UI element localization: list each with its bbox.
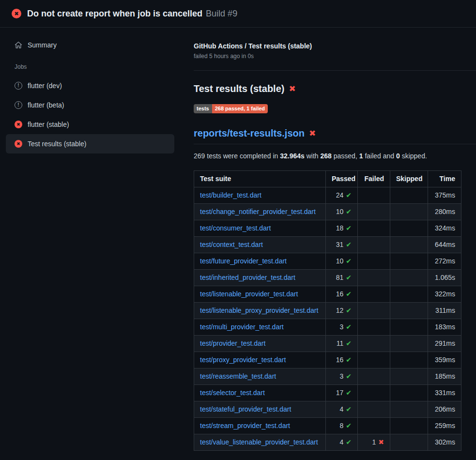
failed-x-icon: ✖ [309,129,316,138]
check-icon: ✔ [346,323,352,331]
passed-count: 12 [336,307,344,314]
time-count: 291ms [435,339,455,347]
suite-link[interactable]: test/provider_test.dart [200,339,265,347]
time-count: 183ms [435,323,455,331]
table-row: test/builder_test.dart24✔375ms [194,187,461,204]
check-icon: ✔ [346,241,352,248]
main-content: GitHub Actions / Test results (stable) f… [180,28,476,460]
suite-link[interactable]: test/listenable_provider_test.dart [200,290,298,298]
suite-link[interactable]: test/selector_test.dart [200,389,265,397]
check-icon: ✔ [346,224,352,232]
col-header-skipped: Skipped [390,171,428,187]
table-row: test/provider_test.dart11✔291ms [194,336,461,352]
check-title-text: Test results (stable) [194,83,284,94]
x-circle-icon: ✖ [15,140,22,148]
table-row: test/reassemble_test.dart3✔185ms [194,368,461,385]
suite-link[interactable]: test/context_test.dart [200,241,263,248]
table-row: test/inherited_provider_test.dart81✔1.06… [194,270,461,286]
passed-count: 17 [336,389,344,397]
x-circle-icon: ✖ [12,9,21,18]
col-header-failed: Failed [358,171,390,187]
suite-link[interactable]: test/value_listenable_provider_test.dart [200,438,318,446]
home-icon [15,41,22,49]
check-icon: ✔ [346,356,352,364]
suite-link[interactable]: test/multi_provider_test.dart [200,323,284,331]
suite-link[interactable]: test/change_notifier_provider_test.dart [200,208,316,215]
check-title: Test results (stable) ✖ [194,83,476,94]
table-row: test/context_test.dart31✔644ms [194,237,461,253]
time-count: 185ms [435,372,455,380]
x-icon: ✖ [378,438,384,446]
summary-part: 269 tests were completed in [194,152,280,160]
sidebar-item-summary[interactable]: Summary [6,35,174,55]
time-count: 311ms [435,307,455,314]
time-count: 375ms [435,191,455,199]
page-title: Do not create report when job is cancell… [27,9,237,19]
col-header-test-suite: Test suite [194,171,326,187]
table-row: test/stateful_provider_test.dart4✔206ms [194,401,461,418]
time-count: 359ms [435,356,455,364]
sidebar-item-job[interactable]: !flutter (beta) [6,95,174,115]
summary-part: skipped. [400,152,427,160]
jobs-list: !flutter (dev)!flutter (beta)✖flutter (s… [6,76,174,153]
col-header-time: Time [428,171,461,187]
report-file-heading: reports/test-results.json ✖ [194,128,476,144]
time-count: 280ms [435,208,455,215]
summary-part: failed and [363,152,397,160]
passed-count: 81 [336,274,344,281]
check-icon: ✔ [346,290,352,298]
suite-link[interactable]: test/stream_provider_test.dart [200,422,290,429]
sidebar-item-job[interactable]: ✖Test results (stable) [6,134,174,153]
suite-link[interactable]: test/reassemble_test.dart [200,372,276,380]
jobs-section-heading: Jobs [6,55,174,76]
suite-link[interactable]: test/future_provider_test.dart [200,257,287,265]
sidebar-item-job[interactable]: !flutter (dev) [6,76,174,95]
passed-count: 10 [336,208,344,215]
check-icon: ✔ [346,257,352,265]
check-icon: ✔ [346,274,352,281]
suite-link[interactable]: test/inherited_provider_test.dart [200,274,295,281]
check-icon: ✔ [346,422,352,429]
report-file-link[interactable]: reports/test-results.json [194,128,305,139]
table-row: test/stream_provider_test.dart8✔259ms [194,418,461,434]
time-count: 644ms [435,241,455,248]
table-row: test/selector_test.dart17✔331ms [194,385,461,401]
sidebar-item-label: Test results (stable) [28,139,86,149]
suite-link[interactable]: test/consumer_test.dart [200,224,271,232]
passed-count: 4 [339,405,343,413]
time-count: 302ms [435,438,455,446]
suite-link[interactable]: test/listenable_proxy_provider_test.dart [200,307,318,314]
summary-duration: 32.964s [280,152,305,160]
table-header-row: Test suite Passed Failed Skipped Time [194,171,461,187]
passed-count: 4 [339,438,343,446]
passed-count: 18 [336,224,344,232]
time-count: 322ms [435,290,455,298]
check-name: Do not create report when job is cancell… [27,9,202,18]
time-count: 324ms [435,224,455,232]
table-row: test/listenable_provider_test.dart16✔322… [194,286,461,303]
suite-link[interactable]: test/builder_test.dart [200,191,261,199]
tests-badge: tests 268 passed, 1 failed [194,104,268,113]
passed-count: 16 [336,356,344,364]
check-icon: ✔ [346,191,352,199]
table-row: test/proxy_provider_test.dart16✔359ms [194,352,461,368]
sidebar: Summary Jobs !flutter (dev)!flutter (bet… [0,28,180,460]
table-row: test/consumer_test.dart18✔324ms [194,220,461,237]
sidebar-item-label: flutter (dev) [28,81,62,91]
suite-link[interactable]: test/stateful_provider_test.dart [200,405,291,413]
check-icon: ✔ [346,339,352,347]
alert-circle-icon: ! [15,82,22,90]
summary-text: 269 tests were completed in 32.964s with… [194,152,476,160]
table-row: test/value_listenable_provider_test.dart… [194,434,461,451]
suite-link[interactable]: test/proxy_provider_test.dart [200,356,286,364]
check-icon: ✔ [346,389,352,397]
table-row: test/future_provider_test.dart10✔272ms [194,253,461,270]
sidebar-item-label: flutter (beta) [28,100,64,110]
summary-failed-count: 1 [359,152,363,160]
summary-passed-count: 268 [321,152,332,160]
time-count: 259ms [435,422,455,429]
sidebar-item-job[interactable]: ✖flutter (stable) [6,115,174,134]
passed-count: 11 [337,339,344,347]
passed-count: 3 [339,323,343,331]
passed-count: 8 [339,422,343,429]
